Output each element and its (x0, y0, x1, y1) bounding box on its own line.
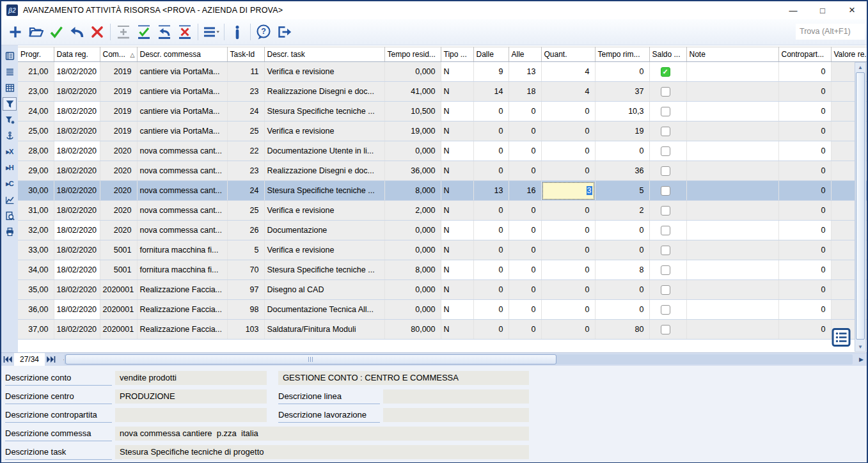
grid-cell-com[interactable]: 2020 (100, 161, 137, 181)
find-input[interactable]: Trova (Alt+F1) (796, 24, 865, 40)
grid-cell-descr_commessa[interactable]: Realizzazione Faccia... (137, 300, 227, 320)
grid-cell-descr_task[interactable]: Stesura Specifiche tecniche ... (264, 260, 384, 280)
grid-cell-progr[interactable]: 35,00 (18, 280, 54, 300)
column-header-alle[interactable]: Alle (509, 47, 541, 62)
grid-cell-com[interactable]: 5001 (100, 260, 137, 280)
grid-cell-contropart[interactable]: 0 (778, 161, 831, 181)
grid-cell-tempo_rim[interactable]: 36 (595, 161, 649, 181)
grid-cell-tempo_rim[interactable]: 2 (595, 201, 649, 221)
grid-cell-descr_commessa[interactable]: fornitura macchina fi... (137, 260, 227, 280)
grid-cell-saldo[interactable] (649, 320, 686, 340)
grid-cell-descr_commessa[interactable]: Realizzazione Faccia... (137, 280, 227, 300)
grid-cell-descr_task[interactable]: Disegno al CAD (264, 280, 384, 300)
grid-cell-descr_task[interactable]: Realizzazione Disegni e doc... (264, 161, 384, 181)
grid-cell-task_id[interactable]: 22 (227, 141, 264, 161)
grid-cell-tempo_resid[interactable]: 0,000 (384, 141, 441, 161)
grid-cell-note[interactable] (686, 82, 778, 102)
table-row[interactable]: 28,0018/02/20202020nova commessa cant...… (18, 141, 867, 161)
table-row[interactable]: 23,0018/02/20202019cantiere via PortaMa.… (18, 82, 867, 102)
grid-cell-saldo[interactable] (649, 280, 686, 300)
grid-cell-alle[interactable]: 0 (509, 240, 541, 260)
grid-cell-tempo_resid[interactable]: 2,000 (384, 201, 441, 221)
horizontal-scroll-thumb[interactable] (65, 354, 556, 365)
grid-cell-tempo_resid[interactable]: 36,000 (384, 161, 441, 181)
grid-cell-tipo[interactable]: N (441, 280, 473, 300)
table-row[interactable]: 36,0018/02/20202020001Realizzazione Facc… (18, 300, 867, 320)
saldo-checkbox[interactable] (661, 246, 670, 255)
table-row[interactable]: 21,0018/02/20202019cantiere via PortaMa.… (18, 62, 867, 82)
grid-cell-tempo_resid[interactable]: 0,000 (384, 300, 441, 320)
grid-cell-tempo_resid[interactable]: 10,500 (384, 102, 441, 122)
grid-cell-dalle[interactable]: 0 (473, 201, 509, 221)
grid-cell-quant[interactable]: 0 (541, 161, 595, 181)
grid-cell-progr[interactable]: 21,00 (18, 62, 54, 82)
side-list-view-icon[interactable] (3, 65, 17, 79)
grid-cell-alle[interactable]: 0 (509, 221, 541, 240)
saldo-checkbox[interactable] (661, 325, 670, 334)
saldo-checkbox[interactable] (661, 166, 670, 176)
row-delete-icon[interactable] (175, 22, 195, 42)
grid-cell-task_id[interactable]: 24 (227, 102, 264, 122)
grid-cell-saldo[interactable] (649, 260, 686, 280)
grid-cell-descr_commessa[interactable]: nova commessa cant... (137, 201, 227, 221)
open-icon[interactable] (26, 22, 46, 42)
info-icon[interactable] (227, 22, 248, 42)
table-row[interactable]: 30,0018/02/20202020nova commessa cant...… (18, 181, 867, 201)
grid-cell-saldo[interactable]: ✓ (649, 62, 686, 82)
table-row[interactable]: 37,0018/02/20202020001Realizzazione Facc… (18, 320, 867, 340)
grid-cell-tempo_resid[interactable]: 0,000 (384, 280, 441, 300)
grid-cell-dalle[interactable]: 13 (473, 181, 509, 201)
grid-cell-quant[interactable]: 0 (541, 280, 595, 300)
grid-cell-dalle[interactable]: 0 (473, 221, 509, 240)
saldo-checkbox[interactable] (661, 107, 670, 116)
grid-cell-com[interactable]: 2020001 (100, 300, 137, 320)
grid-cell-tempo_resid[interactable]: 8,000 (384, 260, 441, 280)
saldo-checkbox[interactable] (661, 305, 670, 315)
side-record-view-icon[interactable] (3, 49, 17, 63)
grid-cell-quant[interactable]: 0 (541, 201, 595, 221)
column-header-contropart[interactable]: Contropart... (778, 47, 831, 62)
column-header-tempo_rim[interactable]: Tempo rim... (595, 47, 649, 62)
grid-cell-descr_task[interactable]: Realizzazione Disegni e doc... (264, 82, 384, 102)
saldo-checkbox[interactable] (661, 206, 670, 216)
grid-cell-data_reg[interactable]: 18/02/2020 (54, 221, 100, 240)
grid-cell-alle[interactable]: 0 (509, 320, 541, 340)
column-header-quant[interactable]: Quant. (541, 47, 595, 62)
vertical-scroll-thumb[interactable] (856, 72, 865, 340)
grid-cell-contropart[interactable]: 0 (778, 240, 831, 260)
grid-cell-dalle[interactable]: 0 (473, 320, 509, 340)
close-icon[interactable]: × (837, 1, 867, 19)
add-icon[interactable] (5, 22, 26, 42)
grid-cell-contropart[interactable]: 0 (778, 141, 831, 161)
grid-cell-tempo_resid[interactable]: 0,000 (384, 221, 441, 240)
side-table-view-icon[interactable] (3, 81, 17, 95)
column-header-descr_task[interactable]: Descr. task (264, 47, 384, 62)
grid-cell-dalle[interactable]: 0 (473, 141, 509, 161)
grid-cell-alle[interactable]: 0 (509, 280, 541, 300)
grid-cell-dalle[interactable]: 0 (473, 260, 509, 280)
grid-cell-alle[interactable]: 0 (509, 201, 541, 221)
grid-cell-saldo[interactable] (649, 181, 686, 201)
grid-cell-tempo_rim[interactable]: 0 (595, 280, 649, 300)
side-anchor-icon[interactable] (3, 129, 17, 143)
grid-cell-tempo_rim[interactable]: 8 (595, 260, 649, 280)
scroll-up-icon[interactable]: ▲ (855, 63, 865, 72)
grid-cell-task_id[interactable]: 25 (227, 122, 264, 141)
grid-cell-descr_commessa[interactable]: nova commessa cant... (137, 221, 227, 240)
scroll-down-icon[interactable]: ▼ (855, 342, 865, 351)
grid-cell-tipo[interactable]: N (441, 122, 473, 141)
grid-cell-tipo[interactable]: N (441, 320, 473, 340)
column-header-progr[interactable]: Progr. (18, 47, 54, 62)
grid-detail-view-icon[interactable] (830, 327, 853, 347)
column-header-tipo[interactable]: Tipo ... (441, 47, 473, 62)
grid-cell-descr_commessa[interactable]: cantiere via PortaMa... (137, 102, 227, 122)
grid-cell-tipo[interactable]: N (441, 82, 473, 102)
grid-cell-contropart[interactable]: 0 (778, 300, 831, 320)
grid-cell-tempo_resid[interactable]: 19,000 (384, 122, 441, 141)
delete-icon[interactable] (87, 22, 107, 42)
grid-cell-data_reg[interactable]: 18/02/2020 (54, 82, 100, 102)
grid-cell-contropart[interactable]: 0 (778, 320, 831, 340)
grid-cell-contropart[interactable]: 0 (778, 221, 831, 240)
grid-cell-progr[interactable]: 34,00 (18, 260, 54, 280)
grid-cell-descr_task[interactable]: Saldatura/Finitura Moduli (264, 320, 384, 340)
